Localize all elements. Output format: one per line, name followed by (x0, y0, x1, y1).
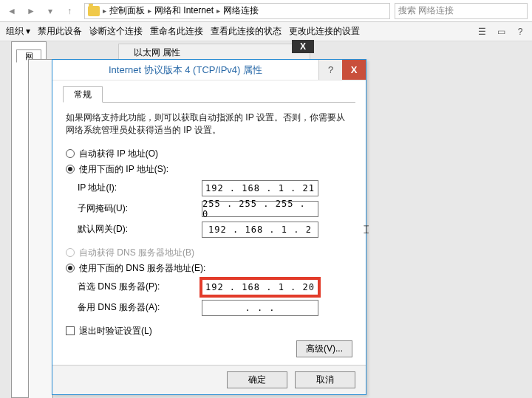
dialog-footer: 确定 取消 (52, 365, 366, 394)
view-status-button[interactable]: 查看此连接的状态 (211, 25, 282, 38)
crumb-item[interactable]: 控制面板 (109, 4, 145, 17)
organize-menu[interactable]: 组织 ▾ (6, 25, 30, 38)
text-cursor-icon: 𝙸 (362, 223, 370, 236)
radio-manual-ip[interactable]: 使用下面的 IP 地址(S): (66, 163, 352, 176)
alternate-dns-input[interactable]: . . . (202, 300, 318, 316)
toolbar: 组织 ▾ 禁用此设备 诊断这个连接 重命名此连接 查看此连接的状态 更改此连接的… (0, 22, 532, 41)
details-pane-icon[interactable]: ▭ (495, 26, 507, 38)
subnet-mask-input[interactable]: 255 . 255 . 255 . 0 (202, 201, 318, 217)
radio-auto-ip-label: 自动获得 IP 地址(O) (79, 148, 158, 160)
nav-up-button[interactable]: ↑ (61, 2, 78, 20)
checkbox-icon (66, 326, 75, 335)
search-placeholder: 搜索 网络连接 (398, 4, 454, 17)
radio-manual-dns[interactable]: 使用下面的 DNS 服务器地址(E): (66, 262, 352, 275)
radio-icon (66, 149, 75, 158)
folder-icon (88, 6, 100, 16)
cancel-button[interactable]: 取消 (295, 371, 355, 388)
gateway-input[interactable]: 192 . 168 . 1 . 2 (202, 222, 318, 238)
search-input[interactable]: 搜索 网络连接 (395, 3, 528, 19)
ok-button[interactable]: 确定 (227, 371, 287, 388)
advanced-button[interactable]: 高级(V)... (296, 340, 352, 357)
ethernet-properties-label: 以太网 属性 (134, 47, 180, 59)
chevron-right-icon: ▸ (216, 7, 220, 15)
ip-address-input[interactable]: 192 . 168 . 1 . 21 (202, 180, 318, 196)
radio-auto-dns-label: 自动获得 DNS 服务器地址(B) (79, 247, 194, 259)
radio-icon (66, 264, 75, 272)
chevron-right-icon: ▸ (103, 7, 106, 15)
radio-icon (66, 248, 75, 257)
ip-config-group: 自动获得 IP 地址(O) 使用下面的 IP 地址(S): IP 地址(I): … (66, 148, 352, 238)
ethernet-properties-tab: 以太网 属性 X (118, 44, 310, 60)
change-settings-button[interactable]: 更改此连接的设置 (289, 25, 360, 38)
chevron-right-icon: ▸ (148, 7, 151, 15)
radio-icon (66, 165, 75, 174)
rename-button[interactable]: 重命名此连接 (150, 25, 203, 38)
preferred-dns-label: 首选 DNS 服务器(P): (78, 281, 202, 293)
preferred-dns-input[interactable]: 192 . 168 . 1 . 20 (202, 279, 318, 295)
diagnose-button[interactable]: 诊断这个连接 (89, 25, 143, 38)
nav-recent-dropdown[interactable]: ▾ (41, 2, 59, 20)
alternate-dns-label: 备用 DNS 服务器(A): (78, 301, 202, 314)
dialog-title: Internet 协议版本 4 (TCP/IPv4) 属性 (52, 64, 318, 77)
validate-on-exit-checkbox[interactable]: 退出时验证设置(L) (66, 325, 355, 337)
background-panel-2 (28, 59, 53, 398)
nav-back-button[interactable]: ◄ (3, 2, 21, 20)
radio-manual-dns-label: 使用下面的 DNS 服务器地址(E): (79, 262, 205, 275)
validate-on-exit-label: 退出时验证设置(L) (79, 325, 152, 337)
close-button[interactable]: X (342, 60, 366, 80)
radio-auto-ip[interactable]: 自动获得 IP 地址(O) (66, 148, 352, 160)
dialog-titlebar: Internet 协议版本 4 (TCP/IPv4) 属性 ? X (52, 60, 366, 80)
close-icon[interactable]: X (292, 40, 314, 53)
view-options-icon[interactable]: ☰ (476, 26, 488, 38)
crumb-item[interactable]: 网络和 Internet (154, 4, 214, 17)
tab-strip: 常规 (63, 86, 355, 103)
dns-config-group: 自动获得 DNS 服务器地址(B) 使用下面的 DNS 服务器地址(E): 首选… (66, 247, 352, 316)
nav-forward-button[interactable]: ► (22, 2, 40, 20)
crumb-item[interactable]: 网络连接 (223, 4, 259, 17)
disable-device-button[interactable]: 禁用此设备 (38, 25, 82, 38)
gateway-label: 默认网关(D): (78, 223, 202, 236)
ip-address-label: IP 地址(I): (78, 182, 202, 194)
radio-manual-ip-label: 使用下面的 IP 地址(S): (79, 163, 168, 176)
radio-auto-dns: 自动获得 DNS 服务器地址(B) (66, 247, 352, 259)
address-bar: ◄ ► ▾ ↑ ▸ 控制面板 ▸ 网络和 Internet ▸ 网络连接 搜索 … (0, 0, 532, 22)
description-text: 如果网络支持此功能，则可以获取自动指派的 IP 设置。否则，你需要从网络系统管理… (66, 111, 352, 137)
breadcrumb[interactable]: ▸ 控制面板 ▸ 网络和 Internet ▸ 网络连接 (84, 3, 390, 19)
help-icon[interactable]: ? (514, 26, 526, 38)
help-button[interactable]: ? (318, 60, 342, 80)
subnet-mask-label: 子网掩码(U): (78, 202, 202, 215)
tab-general[interactable]: 常规 (63, 86, 103, 103)
ipv4-properties-dialog: Internet 协议版本 4 (TCP/IPv4) 属性 ? X 常规 如果网… (52, 59, 366, 395)
